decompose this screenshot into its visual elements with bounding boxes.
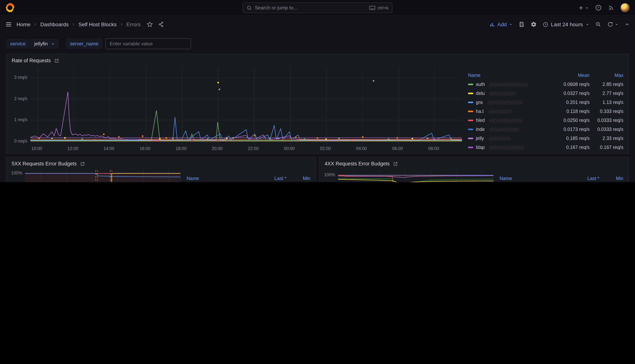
legend-value-max: 1.13 req/s xyxy=(589,100,623,105)
refresh-icon xyxy=(607,22,613,28)
x-axis-tick: 00:00 xyxy=(284,146,295,151)
panel-links-icon[interactable] xyxy=(393,161,398,166)
legend-header-min[interactable]: Min xyxy=(599,176,623,181)
legend-value-max: 0.0333 req/s xyxy=(589,127,623,132)
shortcut-label: ctrl+k xyxy=(378,5,388,10)
series-name-text: inde xyxy=(476,127,485,132)
time-series-plot[interactable] xyxy=(338,170,493,182)
legend-header-last[interactable]: Last * xyxy=(568,176,599,181)
series-name[interactable]: gra xyxy=(468,100,550,105)
panel-links-icon[interactable] xyxy=(80,161,85,166)
legend-header-name[interactable]: Name xyxy=(187,176,255,181)
dashboard-settings-button[interactable] xyxy=(531,22,537,28)
y-axis: 20%40%60%80%100% xyxy=(9,170,25,182)
legend-header-name[interactable]: Name xyxy=(499,176,568,181)
panel-title[interactable]: 5XX Requests Error Budgets xyxy=(12,161,77,166)
variable-service-picker[interactable]: jellyfin xyxy=(30,39,59,49)
legend-header-max[interactable]: Max xyxy=(589,73,623,78)
time-series-plot[interactable] xyxy=(31,67,462,144)
time-range-picker[interactable]: Last 24 hours xyxy=(543,22,589,28)
x-axis-tick: 16:00 xyxy=(140,146,151,151)
zoom-out-icon xyxy=(595,22,601,28)
favorite-button[interactable] xyxy=(147,22,153,28)
refresh-button[interactable] xyxy=(607,22,618,28)
series-name-text: hled xyxy=(476,118,485,123)
save-icon xyxy=(519,22,525,28)
dashboard-toolbar: Home Dashboards Self Host Blocks Errors xyxy=(0,16,635,33)
legend-header-min[interactable]: Min xyxy=(286,176,310,181)
legend-table: NameLast *Minaut58.1%56.8%del95.9%93.9%g… xyxy=(493,170,625,182)
legend-row: ha.t0.118 req/s0.333 req/s xyxy=(468,107,623,116)
panel-row: 5XX Requests Error Budgets 20%40%60%80%1… xyxy=(6,157,629,182)
breadcrumb-self-host-blocks[interactable]: Self Host Blocks xyxy=(79,22,117,28)
legend-header-name[interactable]: Name xyxy=(468,73,550,78)
hamburger-icon xyxy=(5,21,12,28)
legend-header-row: NameMeanMax xyxy=(468,71,623,80)
breadcrumb-dashboards[interactable]: Dashboards xyxy=(40,22,69,28)
share-button[interactable] xyxy=(158,22,164,28)
legend-value-mean: 0.167 req/s xyxy=(550,145,589,150)
global-search[interactable]: ctrl+k xyxy=(242,2,393,13)
new-menu-button[interactable] xyxy=(578,5,589,11)
legend-value-mean: 0.185 req/s xyxy=(550,136,589,141)
x-axis-tick: 02:00 xyxy=(320,146,331,151)
variable-server-name: server_name xyxy=(66,38,191,49)
series-name-text: delu xyxy=(476,91,485,96)
legend-header-row: NameLast *Min xyxy=(499,174,623,182)
chevron-down-icon xyxy=(615,22,618,26)
legend-header-mean[interactable]: Mean xyxy=(550,73,589,78)
x-axis-tick: 08:00 xyxy=(428,146,439,151)
panel-4xx-error-budgets: 4XX Requests Error Budgets 60%70%80%90%1… xyxy=(319,157,629,182)
y-axis-tick: 100% xyxy=(11,171,22,175)
x-axis-tick: 20:00 xyxy=(212,146,223,151)
redacted-name xyxy=(488,136,510,140)
breadcrumb: Home Dashboards Self Host Blocks Errors xyxy=(17,22,141,28)
search-input[interactable] xyxy=(255,5,366,10)
series-name[interactable]: auth xyxy=(468,82,550,87)
legend-header-last[interactable]: Last * xyxy=(255,176,286,181)
chevron-right-icon xyxy=(71,22,76,27)
x-axis-tick: 12:00 xyxy=(67,146,78,151)
variable-server-name-label: server_name xyxy=(66,38,103,49)
collapse-controls-button[interactable] xyxy=(624,22,630,27)
panel-header[interactable]: 5XX Requests Error Budgets xyxy=(7,157,316,170)
y-axis: 0 req/s1 req/s2 req/s3 req/s xyxy=(9,67,31,144)
4xx-error-budget-chart xyxy=(338,170,493,182)
time-series-plot[interactable] xyxy=(25,170,181,182)
x-axis-tick: 06:00 xyxy=(392,146,403,151)
series-name[interactable]: hled xyxy=(468,118,550,123)
5xx-error-budget-chart xyxy=(25,170,181,182)
add-panel-icon xyxy=(489,22,495,27)
panel-title[interactable]: Rate of Requests xyxy=(12,58,51,64)
menu-toggle-button[interactable] xyxy=(5,21,12,28)
save-dashboard-button[interactable] xyxy=(519,22,525,28)
add-panel-button[interactable]: Add xyxy=(489,22,513,28)
rss-icon xyxy=(608,5,614,11)
time-range-label: Last 24 hours xyxy=(551,22,583,28)
help-button[interactable]: ? xyxy=(595,4,601,11)
zoom-out-button[interactable] xyxy=(595,22,601,28)
y-axis-tick: 2 req/s xyxy=(14,96,28,101)
share-icon xyxy=(158,22,164,28)
grafana-logo[interactable] xyxy=(5,3,15,12)
series-name[interactable]: ldap xyxy=(468,145,550,150)
series-name[interactable]: inde xyxy=(468,127,550,132)
breadcrumb-home[interactable]: Home xyxy=(17,22,31,28)
redacted-name xyxy=(488,109,511,114)
legend-value-mean: 0.0250 req/s xyxy=(550,118,589,123)
news-button[interactable] xyxy=(608,5,614,11)
series-name-text: auth xyxy=(476,82,485,87)
panel-header[interactable]: 4XX Requests Error Budgets xyxy=(319,157,628,170)
svg-text:?: ? xyxy=(597,6,599,10)
series-name[interactable]: delu xyxy=(468,91,550,96)
redacted-name xyxy=(489,118,522,122)
user-avatar[interactable] xyxy=(620,3,630,12)
variable-server-name-input[interactable] xyxy=(106,38,191,49)
panel-header[interactable]: Rate of Requests xyxy=(7,54,628,66)
panel-title[interactable]: 4XX Requests Error Budgets xyxy=(325,161,390,166)
series-name[interactable]: jelly xyxy=(468,136,550,141)
panel-links-icon[interactable] xyxy=(54,58,60,63)
legend-header-row: NameLast *Min xyxy=(187,174,310,182)
series-name[interactable]: ha.t xyxy=(468,109,550,114)
legend-value-max: 2.33 req/s xyxy=(589,136,623,141)
